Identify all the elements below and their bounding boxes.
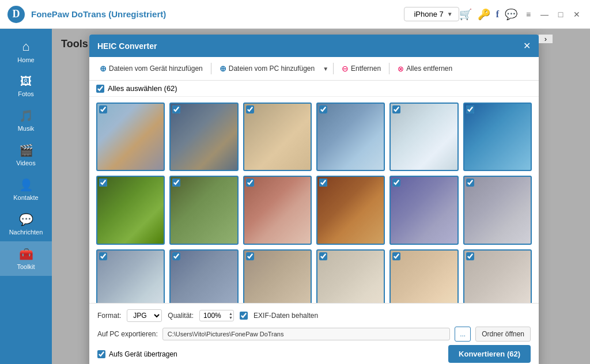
sidebar-label-musik: Musik [18,125,35,132]
remove-all-label: Alles entfernen [406,65,452,73]
photo-checkbox-17[interactable] [392,252,400,260]
exif-checkbox[interactable] [240,312,248,320]
photo-item-11[interactable] [389,176,458,244]
photo-item-2[interactable] [169,103,238,171]
photo-grid [96,103,532,303]
photo-item-9[interactable] [243,176,312,244]
select-all-checkbox[interactable] [96,85,104,93]
sidebar-item-fotos[interactable]: 🖼 Fotos [0,69,52,103]
remove-button[interactable]: ⊖ Entfernen [338,62,384,75]
device-name: iPhone 7 [414,10,443,18]
sidebar-item-nachrichten[interactable]: 💬 Nachrichten [0,207,52,241]
photo-item-7[interactable] [96,176,165,244]
photo-checkbox-12[interactable] [466,179,474,187]
convert-button[interactable]: Konvertieren (62) [448,345,531,363]
format-select[interactable]: JPG PNG BMP [127,309,162,322]
photo-item-15[interactable] [243,249,312,303]
photo-checkbox-14[interactable] [172,252,180,260]
sidebar-label-nachrichten: Nachrichten [9,229,43,236]
videos-icon: 🎬 [19,143,33,157]
photo-checkbox-16[interactable] [319,252,327,260]
scroll-right-panel[interactable]: › [539,35,553,43]
facebook-icon[interactable]: f [496,9,499,20]
select-all-label: Alles auswählen (62) [108,84,177,93]
add-from-device-button[interactable]: ⊕ Dateien vom Gerät hinzufügen [96,62,206,75]
menu-button[interactable]: ≡ [522,8,535,21]
main-layout: ⌂ Home 🖼 Fotos 🎵 Musik 🎬 Videos 👤 Kontak… [0,29,590,364]
photo-thumb-6 [464,104,531,170]
photo-checkbox-5[interactable] [392,105,400,113]
photo-item-8[interactable] [169,176,238,244]
exif-label: EXIF-Daten behalten [254,312,318,320]
minimize-button[interactable]: — [538,8,551,21]
photo-thumb-13 [97,251,164,303]
cart-icon[interactable]: 🛒 [459,8,472,21]
sidebar-item-kontakte[interactable]: 👤 Kontakte [0,172,52,207]
photo-grid-container[interactable] [89,97,539,303]
add-device-label: Dateien vom Gerät hinzufügen [109,65,203,73]
device-selector[interactable]: iPhone 7 ▼ [404,7,459,21]
photo-checkbox-6[interactable] [466,105,474,113]
app-title: FonePaw DoTrans (Unregistriert) [31,9,404,19]
photo-item-18[interactable] [463,249,532,303]
footer-row2: Auf PC exportieren: C:\Users\Vito\Pictur… [97,327,531,342]
sidebar-label-home: Home [17,56,34,63]
photo-item-12[interactable] [463,176,532,244]
photo-checkbox-13[interactable] [99,252,107,260]
photo-thumb-8 [171,177,237,243]
photo-checkbox-8[interactable] [172,179,180,187]
photo-item-16[interactable] [316,249,385,303]
photo-item-10[interactable] [316,176,385,244]
toolbar-separator-1 [211,63,211,74]
add-from-pc-button[interactable]: ⊕ Dateien vom PC hinzufügen [216,62,318,75]
photo-checkbox-10[interactable] [319,179,327,187]
photo-item-13[interactable] [96,249,165,303]
photo-checkbox-4[interactable] [319,105,327,113]
content-area: Tools HEIC Converter ✕ ⊕ Dateien vom Ger… [52,29,590,364]
kontakte-icon: 👤 [19,178,33,192]
musik-icon: 🎵 [19,109,33,123]
photo-item-6[interactable] [463,103,532,171]
photo-item-17[interactable] [389,249,458,303]
photo-item-1[interactable] [96,103,165,171]
remove-all-icon: ⊗ [398,65,404,73]
photo-checkbox-18[interactable] [466,252,474,260]
photo-checkbox-9[interactable] [246,179,254,187]
maximize-button[interactable]: □ [554,8,567,21]
transfer-checkbox[interactable] [97,350,105,358]
photo-item-5[interactable] [389,103,458,171]
photo-checkbox-11[interactable] [392,179,400,187]
add-pc-dropdown[interactable]: ▼ [323,66,328,72]
sidebar-item-musik[interactable]: 🎵 Musik [0,103,52,138]
device-dropdown-arrow[interactable]: ▼ [447,11,453,17]
photo-checkbox-15[interactable] [246,252,254,260]
message-icon[interactable]: 💬 [505,8,517,21]
open-folder-button[interactable]: Ordner öffnen [475,327,531,342]
photo-item-14[interactable] [169,249,238,303]
quality-up-arrow[interactable]: ▲ [229,312,233,316]
photo-thumb-9 [244,177,311,243]
photo-checkbox-1[interactable] [99,105,107,113]
photo-thumb-15 [244,251,311,303]
quality-down-arrow[interactable]: ▼ [229,316,233,320]
minus-icon: ⊖ [342,64,349,73]
modal-header: HEIC Converter ✕ [89,35,539,57]
photo-item-3[interactable] [243,103,312,171]
close-button[interactable]: ✕ [570,8,583,21]
sidebar-item-videos[interactable]: 🎬 Videos [0,138,52,172]
browse-button[interactable]: ... [455,327,471,342]
toolbar-separator-3 [389,63,389,74]
remove-all-button[interactable]: ⊗ Alles entfernen [394,62,456,75]
modal-close-button[interactable]: ✕ [523,40,531,51]
sidebar-item-toolkit[interactable]: 🧰 Toolkit [0,241,52,276]
key-icon[interactable]: 🔑 [478,8,490,21]
photo-checkbox-2[interactable] [172,105,180,113]
photo-checkbox-3[interactable] [246,105,254,113]
toolbar-separator-2 [333,63,334,74]
sidebar-item-home[interactable]: ⌂ Home [0,33,52,69]
photo-item-4[interactable] [316,103,385,171]
photo-thumb-10 [317,177,384,243]
add-pc-label: Dateien vom PC hinzufügen [229,65,315,73]
sidebar-label-kontakte: Kontakte [13,194,38,201]
photo-checkbox-7[interactable] [99,179,107,187]
